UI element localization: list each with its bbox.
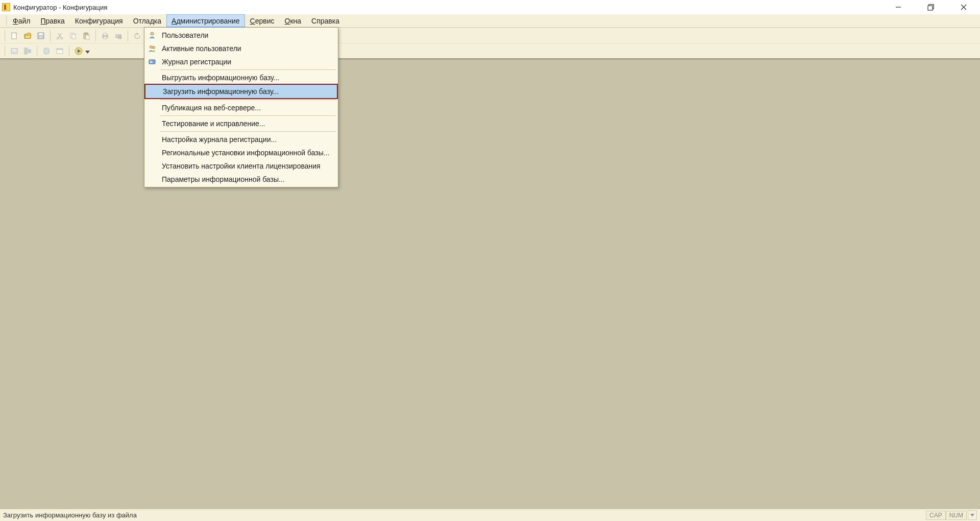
svg-rect-24 (11, 49, 17, 54)
svg-rect-31 (57, 49, 63, 50)
app-icon (2, 3, 10, 11)
administration-dropdown: Пользователи Активные пользователи Журна… (144, 27, 338, 187)
svg-rect-40 (150, 62, 153, 63)
toolbar-grip (5, 30, 5, 41)
save-button[interactable] (35, 30, 46, 41)
menu-file[interactable]: Файл (8, 14, 35, 27)
form-button[interactable] (54, 45, 65, 57)
status-text: Загрузить информационную базу из файла (3, 511, 137, 519)
svg-rect-19 (104, 37, 107, 39)
svg-rect-8 (39, 33, 43, 35)
menu-separator (160, 69, 336, 70)
svg-rect-25 (12, 50, 16, 51)
menu-event-log-label: Журнал регистрации (160, 58, 231, 66)
menubar: Файл Правка Конфигурация Отладка Админис… (0, 14, 980, 28)
titlebar: Конфигуратор - Конфигурация (0, 0, 980, 14)
svg-rect-15 (85, 33, 87, 34)
menu-publish-web[interactable]: Публикация на веб-сервере... (144, 101, 338, 114)
cut-button[interactable] (54, 30, 65, 41)
svg-rect-16 (86, 35, 89, 39)
svg-rect-38 (149, 60, 155, 64)
menu-regional-settings[interactable]: Региональные установки информационной ба… (144, 146, 338, 159)
maximize-button[interactable] (922, 1, 940, 13)
new-file-button[interactable] (9, 30, 20, 41)
menu-active-users[interactable]: Активные пользователи (144, 42, 338, 55)
menu-publish-web-label: Публикация на веб-сервере... (160, 104, 261, 112)
menu-separator (160, 115, 336, 116)
menu-licensing-settings-label: Установить настройки клиента лицензирова… (160, 162, 321, 170)
toolbar-sep (50, 30, 51, 41)
menu-service[interactable]: Сервис (245, 14, 280, 27)
db-button[interactable] (41, 45, 52, 57)
log-icon (144, 55, 160, 68)
menu-licensing-settings[interactable]: Установить настройки клиента лицензирова… (144, 159, 338, 173)
start-debug-dropdown[interactable] (85, 47, 90, 55)
menu-separator (160, 131, 336, 132)
menu-eventlog-settings[interactable]: Настройка журнала регистрации... (144, 133, 338, 146)
svg-rect-39 (150, 61, 152, 62)
print-preview-button[interactable] (113, 30, 124, 41)
svg-point-36 (150, 46, 153, 49)
open-file-button[interactable] (22, 30, 33, 41)
toolbar-sep (95, 30, 96, 41)
close-button[interactable] (954, 1, 973, 13)
config-tree-button[interactable] (22, 45, 33, 57)
status-right: CAP NUM (926, 510, 977, 520)
toolbar-sep (69, 45, 69, 57)
menu-eventlog-settings-label: Настройка журнала регистрации... (160, 135, 277, 144)
menu-users-label: Пользователи (160, 31, 208, 39)
paste-button[interactable] (81, 30, 92, 41)
users-icon (144, 42, 160, 55)
menu-restore-infobase-label: Загрузить информационную базу... (161, 87, 279, 96)
print-button[interactable] (100, 30, 111, 41)
menubar-separator (6, 16, 7, 26)
statusbar: Загрузить информационную базу из файла C… (0, 509, 980, 521)
menu-test-repair[interactable]: Тестирование и исправление... (144, 117, 338, 130)
svg-point-35 (151, 32, 154, 35)
menu-test-repair-label: Тестирование и исправление... (160, 120, 265, 128)
menu-users[interactable]: Пользователи (144, 29, 338, 42)
copy-button[interactable] (67, 30, 79, 41)
menu-administration[interactable]: Администрирование (166, 14, 245, 27)
menu-infobase-params[interactable]: Параметры информационной базы... (144, 173, 338, 186)
menu-infobase-params-label: Параметры информационной базы... (160, 175, 285, 183)
svg-point-37 (153, 46, 155, 49)
svg-rect-2 (928, 6, 933, 10)
svg-marker-41 (970, 514, 974, 516)
toolbar-sep (37, 45, 37, 57)
menu-windows[interactable]: Окна (280, 14, 307, 27)
menu-edit[interactable]: Правка (35, 14, 69, 27)
svg-marker-34 (85, 51, 90, 54)
start-debug-button[interactable] (73, 45, 84, 57)
undo-button[interactable] (132, 30, 143, 41)
window-controls (889, 1, 978, 13)
toolbar-sep (128, 30, 128, 41)
config-open-button[interactable] (9, 45, 20, 57)
menu-restore-infobase[interactable]: Загрузить информационную базу... (144, 84, 338, 99)
menu-help[interactable]: Справка (306, 14, 345, 27)
status-drop-button[interactable] (968, 510, 977, 520)
status-num: NUM (946, 511, 967, 520)
svg-rect-13 (72, 34, 76, 39)
window-title: Конфигуратор - Конфигурация (13, 4, 107, 11)
menu-active-users-label: Активные пользователи (160, 44, 241, 53)
minimize-button[interactable] (889, 1, 908, 13)
toolbar-grip (5, 45, 5, 57)
menu-configuration[interactable]: Конфигурация (70, 14, 128, 27)
svg-marker-22 (137, 33, 139, 35)
menu-separator (160, 100, 336, 100)
svg-rect-28 (28, 50, 31, 53)
svg-rect-18 (104, 33, 107, 35)
user-icon (144, 29, 160, 42)
svg-rect-27 (24, 52, 27, 54)
start-debug-group (73, 45, 90, 57)
menu-debug[interactable]: Отладка (128, 14, 166, 27)
status-cap: CAP (926, 511, 946, 520)
menu-regional-settings-label: Региональные установки информационной ба… (160, 149, 329, 157)
menu-event-log[interactable]: Журнал регистрации (144, 55, 338, 68)
svg-rect-9 (39, 36, 42, 38)
menu-dump-infobase[interactable]: Выгрузить информационную базу... (144, 71, 338, 84)
menu-dump-infobase-label: Выгрузить информационную базу... (160, 74, 279, 82)
svg-rect-26 (24, 48, 27, 51)
